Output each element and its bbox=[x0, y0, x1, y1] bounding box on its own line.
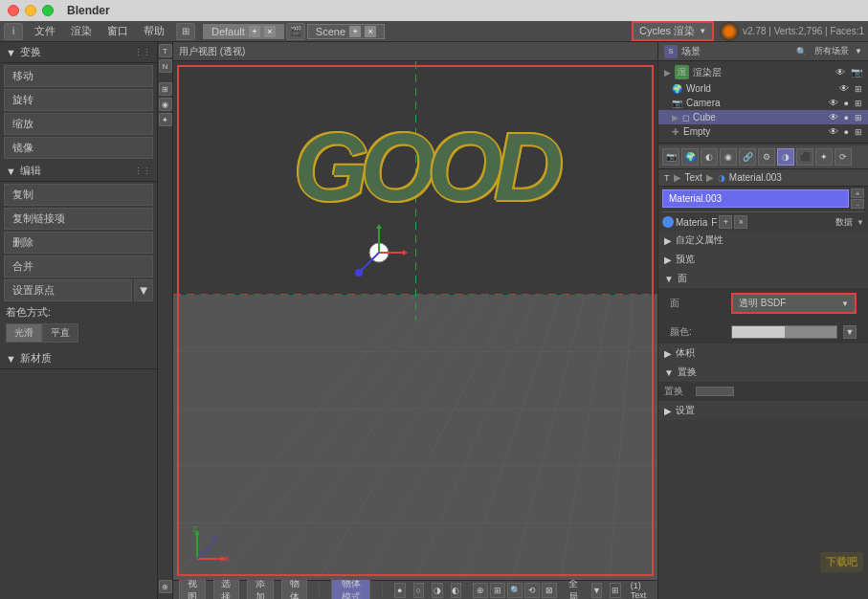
empty-restrict[interactable]: ● bbox=[844, 127, 849, 137]
material-prop-icon[interactable]: ◑ bbox=[777, 148, 794, 166]
physics-prop-icon[interactable]: ⟳ bbox=[835, 148, 852, 166]
empty-eye[interactable]: 👁 bbox=[829, 126, 838, 137]
surface-header[interactable]: ▼ 面 bbox=[658, 269, 868, 288]
tree-empty[interactable]: ✚ Empty 👁 ● ⊞ bbox=[658, 124, 868, 139]
menu-help[interactable]: 帮助 bbox=[136, 22, 172, 40]
render-icon[interactable]: ◐ bbox=[451, 583, 462, 598]
custom-props-header[interactable]: ▶ 自定义属性 bbox=[658, 231, 868, 250]
side-icon-6[interactable]: ⊕ bbox=[159, 580, 172, 593]
cube-expand[interactable]: ▶ bbox=[672, 113, 679, 122]
tool1[interactable]: ⊕ bbox=[473, 583, 488, 598]
particles-prop-icon[interactable]: ✦ bbox=[815, 148, 833, 166]
world-eye[interactable]: 👁 bbox=[839, 83, 849, 94]
world-prop-icon[interactable]: ◐ bbox=[701, 148, 718, 166]
3d-viewport[interactable]: 用户视图 (透视) bbox=[173, 42, 657, 599]
mat-down-btn[interactable]: - bbox=[851, 199, 864, 209]
side-icon-4[interactable]: ◉ bbox=[159, 98, 172, 111]
info-icon[interactable]: i bbox=[4, 23, 23, 40]
tab-close-btn[interactable]: × bbox=[264, 26, 276, 37]
wire-icon[interactable]: ○ bbox=[413, 583, 425, 598]
edit-panel-header[interactable]: ▼ 编辑 ⋮⋮ bbox=[0, 161, 157, 182]
set-origin-btn[interactable]: 设置原点 bbox=[4, 279, 132, 301]
mat-up-btn[interactable]: + bbox=[851, 189, 864, 198]
side-icon-2[interactable]: N bbox=[159, 59, 172, 73]
mat-add-btn[interactable]: + bbox=[719, 215, 732, 229]
displacement-value[interactable] bbox=[696, 387, 734, 396]
close-button[interactable] bbox=[8, 5, 19, 16]
tool4[interactable]: ⟲ bbox=[524, 583, 540, 598]
layout-icon[interactable]: ⊞ bbox=[176, 23, 195, 40]
camera-restrict[interactable]: ● bbox=[844, 99, 849, 108]
tool3[interactable]: 🔍 bbox=[507, 583, 523, 598]
modifier-prop-icon[interactable]: ⚙ bbox=[758, 148, 775, 166]
search-icon[interactable]: 🔍 bbox=[796, 47, 807, 56]
camera-eye[interactable]: 👁 bbox=[829, 98, 838, 108]
tool2[interactable]: ⊞ bbox=[490, 583, 505, 598]
surface-dropdown-arrow: ▼ bbox=[841, 300, 849, 308]
scenes-dropdown-arrow[interactable]: ▼ bbox=[855, 47, 862, 55]
tab-add-btn[interactable]: + bbox=[249, 26, 260, 37]
cube-eye[interactable]: 👁 bbox=[829, 112, 838, 122]
mirror-btn[interactable]: 镜像 bbox=[4, 137, 153, 159]
set-origin-dropdown[interactable]: ▼ bbox=[134, 279, 153, 301]
svg-line-5 bbox=[415, 295, 537, 580]
tab-scene[interactable]: Scene + × bbox=[307, 24, 385, 39]
shade-smooth[interactable]: 光滑 bbox=[6, 323, 42, 343]
texture-prop-icon[interactable]: ⬛ bbox=[796, 148, 813, 166]
sphere-icon[interactable]: ● bbox=[394, 583, 406, 598]
cube-restrict[interactable]: ● bbox=[844, 113, 849, 122]
scene-add-btn[interactable]: + bbox=[349, 26, 361, 37]
tree-cube[interactable]: ▶ ◻ Cube 👁 ● ⊞ bbox=[658, 110, 868, 124]
render-engine-dropdown[interactable]: Cycles 渲染 ▼ bbox=[632, 21, 714, 41]
scale-btn[interactable]: 缩放 bbox=[4, 113, 153, 135]
side-icons-strip: T N ⊞ ◉ ✦ ⊕ bbox=[158, 42, 173, 599]
material-icon[interactable]: ◑ bbox=[432, 583, 443, 598]
delete-btn[interactable]: 删除 bbox=[4, 232, 153, 254]
tab-default[interactable]: Default + × bbox=[203, 24, 284, 39]
cube-render[interactable]: ⊞ bbox=[855, 113, 862, 122]
global-dropdown[interactable]: ▼ bbox=[591, 583, 603, 598]
mat-data-arrow[interactable]: ▼ bbox=[857, 218, 864, 227]
menu-window[interactable]: 窗口 bbox=[100, 22, 136, 40]
color-options-btn[interactable]: ▼ bbox=[843, 325, 857, 339]
render-layer-eye[interactable]: 👁 bbox=[835, 67, 845, 78]
rotate-btn[interactable]: 旋转 bbox=[4, 89, 153, 111]
tree-camera[interactable]: 📷 Camera 👁 ● ⊞ bbox=[658, 96, 868, 110]
menu-file[interactable]: 文件 bbox=[27, 22, 63, 40]
volume-header[interactable]: ▶ 体积 bbox=[658, 344, 868, 363]
constraint-prop-icon[interactable]: 🔗 bbox=[739, 148, 756, 166]
viewport-content[interactable]: G O O D X Z Y bbox=[173, 61, 657, 580]
move-btn[interactable]: 移动 bbox=[4, 65, 153, 87]
displacement-header[interactable]: ▼ 置换 bbox=[658, 363, 868, 382]
settings-header[interactable]: ▶ 设置 bbox=[658, 401, 868, 420]
preview-header[interactable]: ▶ 预览 bbox=[658, 250, 868, 269]
transform-gizmo[interactable] bbox=[350, 224, 408, 283]
color-swatch[interactable] bbox=[731, 325, 837, 339]
viewport-options[interactable]: ⊞ bbox=[610, 583, 621, 598]
empty-render[interactable]: ⊞ bbox=[855, 127, 862, 137]
menu-render[interactable]: 渲染 bbox=[63, 22, 100, 40]
join-btn[interactable]: 合并 bbox=[4, 255, 153, 277]
side-icon-5[interactable]: ✦ bbox=[159, 113, 172, 126]
tree-render-layers[interactable]: ▶ 渲 渲染层 👁 📷 bbox=[658, 63, 868, 81]
tree-world[interactable]: 🌍 World 👁 ⊞ bbox=[658, 81, 868, 96]
new-material-header[interactable]: ▼ 新材质 bbox=[0, 348, 157, 369]
object-prop-icon[interactable]: ◉ bbox=[720, 148, 737, 166]
maximize-button[interactable] bbox=[42, 5, 54, 16]
camera-render[interactable]: ⊞ bbox=[855, 99, 862, 108]
render-layer-camera[interactable]: 📷 bbox=[851, 67, 862, 78]
shade-flat[interactable]: 平直 bbox=[42, 323, 78, 343]
side-icon-1[interactable]: T bbox=[159, 44, 172, 57]
transform-panel-header[interactable]: ▼ 变换 ⋮⋮ bbox=[0, 42, 157, 63]
render-prop-icon[interactable]: 📷 bbox=[662, 148, 679, 166]
tool5[interactable]: ⊠ bbox=[542, 583, 557, 598]
scene-close-btn[interactable]: × bbox=[365, 26, 376, 37]
surface-dropdown[interactable]: 透明 BSDF ▼ bbox=[731, 293, 857, 314]
scene-prop-icon[interactable]: 🌍 bbox=[681, 148, 699, 166]
material-name-display[interactable]: Material.003 bbox=[662, 189, 849, 208]
side-icon-3[interactable]: ⊞ bbox=[159, 82, 172, 96]
mat-x-btn[interactable]: × bbox=[734, 215, 747, 229]
duplicate-btn[interactable]: 复制 bbox=[4, 184, 153, 206]
minimize-button[interactable] bbox=[25, 5, 36, 16]
duplicate-linked-btn[interactable]: 复制链接项 bbox=[4, 208, 153, 230]
